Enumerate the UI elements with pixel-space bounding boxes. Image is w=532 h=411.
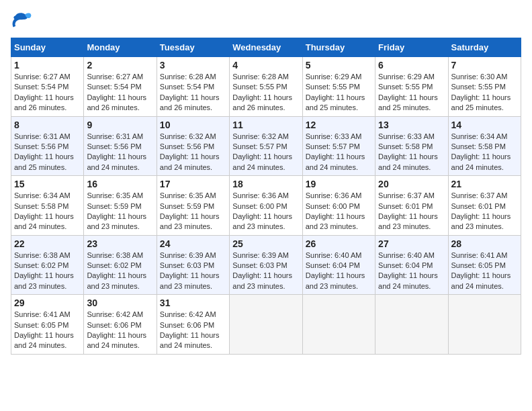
day-number: 3: [160, 60, 226, 71]
day-info: Sunrise: 6:36 AM Sunset: 6:00 PM Dayligh…: [306, 191, 372, 232]
day-info: Sunrise: 6:42 AM Sunset: 6:06 PM Dayligh…: [160, 310, 226, 351]
day-info: Sunrise: 6:34 AM Sunset: 5:58 PM Dayligh…: [451, 132, 518, 173]
calendar-cell: 18 Sunrise: 6:36 AM Sunset: 6:00 PM Dayl…: [230, 176, 302, 236]
day-header-monday: Monday: [84, 38, 157, 57]
calendar-cell: 25 Sunrise: 6:39 AM Sunset: 6:03 PM Dayl…: [230, 235, 302, 295]
day-info: Sunrise: 6:39 AM Sunset: 6:03 PM Dayligh…: [232, 250, 299, 292]
day-number: 10: [160, 120, 226, 130]
calendar-cell: 13 Sunrise: 6:33 AM Sunset: 5:58 PM Dayl…: [375, 116, 448, 176]
calendar-cell: 6 Sunrise: 6:29 AM Sunset: 5:55 PM Dayli…: [375, 57, 448, 117]
calendar-cell: [230, 295, 302, 355]
day-number: 2: [87, 60, 153, 71]
day-info: Sunrise: 6:42 AM Sunset: 6:06 PM Dayligh…: [87, 310, 153, 351]
day-number: 6: [378, 60, 445, 71]
calendar-cell: 31 Sunrise: 6:42 AM Sunset: 6:06 PM Dayl…: [157, 295, 229, 355]
day-number: 25: [232, 238, 299, 249]
calendar-cell: 23 Sunrise: 6:38 AM Sunset: 6:02 PM Dayl…: [84, 235, 157, 295]
day-number: 4: [232, 60, 299, 71]
day-info: Sunrise: 6:27 AM Sunset: 5:54 PM Dayligh…: [14, 72, 81, 113]
day-info: Sunrise: 6:35 AM Sunset: 5:59 PM Dayligh…: [87, 191, 153, 232]
day-number: 11: [232, 120, 299, 130]
day-number: 21: [451, 179, 518, 189]
day-info: Sunrise: 6:28 AM Sunset: 5:54 PM Dayligh…: [160, 72, 226, 113]
day-info: Sunrise: 6:31 AM Sunset: 5:56 PM Dayligh…: [14, 132, 81, 173]
day-info: Sunrise: 6:33 AM Sunset: 5:58 PM Dayligh…: [378, 132, 445, 173]
day-info: Sunrise: 6:38 AM Sunset: 6:02 PM Dayligh…: [14, 250, 81, 292]
day-number: 18: [232, 179, 299, 189]
day-info: Sunrise: 6:40 AM Sunset: 6:04 PM Dayligh…: [306, 250, 372, 292]
calendar-week-1: 1 Sunrise: 6:27 AM Sunset: 5:54 PM Dayli…: [11, 57, 521, 117]
day-info: Sunrise: 6:41 AM Sunset: 6:05 PM Dayligh…: [451, 250, 518, 292]
day-number: 12: [306, 120, 372, 130]
day-info: Sunrise: 6:34 AM Sunset: 5:58 PM Dayligh…: [14, 191, 81, 232]
calendar-cell: 29 Sunrise: 6:41 AM Sunset: 6:05 PM Dayl…: [11, 295, 84, 355]
day-info: Sunrise: 6:32 AM Sunset: 5:56 PM Dayligh…: [160, 132, 226, 173]
day-info: Sunrise: 6:30 AM Sunset: 5:55 PM Dayligh…: [451, 72, 518, 113]
day-info: Sunrise: 6:29 AM Sunset: 5:55 PM Dayligh…: [378, 72, 445, 113]
calendar-cell: 24 Sunrise: 6:39 AM Sunset: 6:03 PM Dayl…: [157, 235, 229, 295]
day-info: Sunrise: 6:33 AM Sunset: 5:57 PM Dayligh…: [306, 132, 372, 173]
day-number: 26: [306, 238, 372, 249]
calendar-cell: 9 Sunrise: 6:31 AM Sunset: 5:56 PM Dayli…: [84, 116, 157, 176]
day-number: 31: [160, 298, 226, 308]
day-number: 8: [14, 120, 81, 130]
day-info: Sunrise: 6:31 AM Sunset: 5:56 PM Dayligh…: [87, 132, 153, 173]
calendar-cell: 12 Sunrise: 6:33 AM Sunset: 5:57 PM Dayl…: [302, 116, 375, 176]
day-info: Sunrise: 6:32 AM Sunset: 5:57 PM Dayligh…: [232, 132, 299, 173]
day-number: 30: [87, 298, 153, 308]
calendar-table: SundayMondayTuesdayWednesdayThursdayFrid…: [11, 38, 521, 355]
day-number: 22: [14, 238, 81, 249]
day-number: 16: [87, 179, 153, 189]
day-info: Sunrise: 6:36 AM Sunset: 6:00 PM Dayligh…: [232, 191, 299, 232]
calendar-cell: 22 Sunrise: 6:38 AM Sunset: 6:02 PM Dayl…: [11, 235, 84, 295]
day-info: Sunrise: 6:35 AM Sunset: 5:59 PM Dayligh…: [160, 191, 226, 232]
day-number: 5: [306, 60, 372, 71]
calendar-cell: 7 Sunrise: 6:30 AM Sunset: 5:55 PM Dayli…: [448, 57, 521, 117]
day-info: Sunrise: 6:27 AM Sunset: 5:54 PM Dayligh…: [87, 72, 153, 113]
calendar-cell: 2 Sunrise: 6:27 AM Sunset: 5:54 PM Dayli…: [84, 57, 157, 117]
page-header: [11, 11, 521, 30]
day-info: Sunrise: 6:38 AM Sunset: 6:02 PM Dayligh…: [87, 250, 153, 292]
calendar-cell: 26 Sunrise: 6:40 AM Sunset: 6:04 PM Dayl…: [302, 235, 375, 295]
calendar-cell: 17 Sunrise: 6:35 AM Sunset: 5:59 PM Dayl…: [157, 176, 229, 236]
calendar-week-5: 29 Sunrise: 6:41 AM Sunset: 6:05 PM Dayl…: [11, 295, 521, 355]
day-number: 17: [160, 179, 226, 189]
day-header-wednesday: Wednesday: [230, 38, 302, 57]
calendar-cell: 1 Sunrise: 6:27 AM Sunset: 5:54 PM Dayli…: [11, 57, 84, 117]
day-header-friday: Friday: [375, 38, 448, 57]
day-info: Sunrise: 6:37 AM Sunset: 6:01 PM Dayligh…: [378, 191, 445, 232]
day-info: Sunrise: 6:39 AM Sunset: 6:03 PM Dayligh…: [160, 250, 226, 292]
calendar-cell: 27 Sunrise: 6:40 AM Sunset: 6:04 PM Dayl…: [375, 235, 448, 295]
logo-icon: [11, 11, 32, 30]
calendar-cell: 30 Sunrise: 6:42 AM Sunset: 6:06 PM Dayl…: [84, 295, 157, 355]
day-header-tuesday: Tuesday: [157, 38, 229, 57]
day-info: Sunrise: 6:29 AM Sunset: 5:55 PM Dayligh…: [306, 72, 372, 113]
calendar-header-row: SundayMondayTuesdayWednesdayThursdayFrid…: [11, 38, 521, 57]
calendar-cell: 4 Sunrise: 6:28 AM Sunset: 5:55 PM Dayli…: [230, 57, 302, 117]
calendar-cell: 5 Sunrise: 6:29 AM Sunset: 5:55 PM Dayli…: [302, 57, 375, 117]
day-number: 1: [14, 60, 81, 71]
day-number: 23: [87, 238, 153, 249]
day-number: 27: [378, 238, 445, 249]
calendar-cell: 21 Sunrise: 6:37 AM Sunset: 6:01 PM Dayl…: [448, 176, 521, 236]
calendar-cell: 3 Sunrise: 6:28 AM Sunset: 5:54 PM Dayli…: [157, 57, 229, 117]
day-number: 20: [378, 179, 445, 189]
calendar-cell: 11 Sunrise: 6:32 AM Sunset: 5:57 PM Dayl…: [230, 116, 302, 176]
calendar-cell: 15 Sunrise: 6:34 AM Sunset: 5:58 PM Dayl…: [11, 176, 84, 236]
calendar-week-3: 15 Sunrise: 6:34 AM Sunset: 5:58 PM Dayl…: [11, 176, 521, 236]
day-info: Sunrise: 6:41 AM Sunset: 6:05 PM Dayligh…: [14, 310, 81, 351]
logo: [11, 11, 35, 30]
calendar-week-2: 8 Sunrise: 6:31 AM Sunset: 5:56 PM Dayli…: [11, 116, 521, 176]
calendar-cell: 20 Sunrise: 6:37 AM Sunset: 6:01 PM Dayl…: [375, 176, 448, 236]
calendar-cell: [375, 295, 448, 355]
calendar-cell: [302, 295, 375, 355]
day-info: Sunrise: 6:28 AM Sunset: 5:55 PM Dayligh…: [232, 72, 299, 113]
day-number: 9: [87, 120, 153, 130]
day-info: Sunrise: 6:40 AM Sunset: 6:04 PM Dayligh…: [378, 250, 445, 292]
day-number: 7: [451, 60, 518, 71]
calendar-week-4: 22 Sunrise: 6:38 AM Sunset: 6:02 PM Dayl…: [11, 235, 521, 295]
calendar-cell: 8 Sunrise: 6:31 AM Sunset: 5:56 PM Dayli…: [11, 116, 84, 176]
calendar-cell: 16 Sunrise: 6:35 AM Sunset: 5:59 PM Dayl…: [84, 176, 157, 236]
day-number: 15: [14, 179, 81, 189]
calendar-cell: 10 Sunrise: 6:32 AM Sunset: 5:56 PM Dayl…: [157, 116, 229, 176]
